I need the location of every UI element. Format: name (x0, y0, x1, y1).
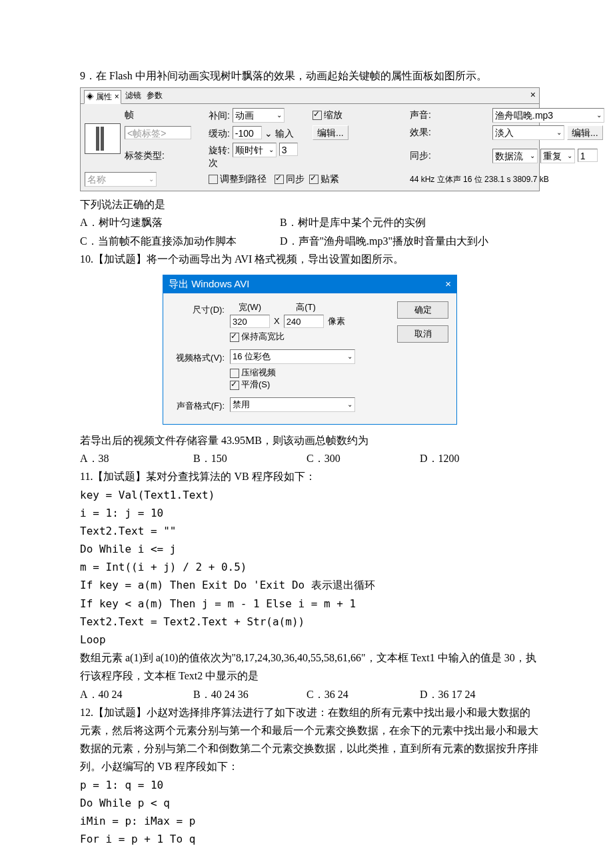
ok-button[interactable]: 确定 (397, 301, 448, 319)
q11-code-0: key = Val(Text1.Text) (80, 486, 540, 504)
q11-code-5: If key = a(m) Then Exit Do 'Exit Do 表示退出… (80, 576, 540, 594)
q12-code-2: iMin = p: iMax = p (80, 812, 540, 830)
frame-tag-input[interactable]: <帧标签> (125, 126, 191, 139)
loop-dropdown[interactable]: 重复⌄ (540, 149, 575, 163)
q9-opt-a: A．树叶匀速飘落 (80, 213, 280, 231)
q11-desc: 数组元素 a(1)到 a(10)的值依次为"8,17,24,30,36,40,5… (80, 649, 540, 685)
close-icon[interactable]: × (530, 89, 536, 103)
tween-label: 补间: (209, 110, 230, 121)
q9-opt-b: B．树叶是库中某个元件的实例 (280, 213, 426, 231)
compress-checkbox[interactable] (230, 369, 239, 378)
chevron-down-icon: ⌄ (347, 398, 352, 411)
chevron-down-icon: ⌄ (556, 126, 562, 139)
q10-prompt: 若导出后的视频文件存储容量 43.95MB，则该动画总帧数约为 (80, 431, 540, 449)
q11-code-8: Loop (80, 631, 540, 649)
q10-opt-a: A．38 (80, 449, 193, 467)
audio-format-label: 声音格式(F): (171, 397, 225, 412)
height-input[interactable]: 240 (284, 315, 324, 328)
name-dropdown[interactable]: 名称⌄ (85, 172, 157, 187)
q11-text: 11.【加试题】某对分查找算法的 VB 程序段如下： (80, 467, 540, 485)
size-label: 尺寸(D): (171, 301, 225, 316)
q11-opt-d: D．36 17 24 (420, 685, 533, 703)
cancel-button[interactable]: 取消 (397, 325, 448, 343)
keep-ratio-checkbox[interactable] (230, 333, 239, 342)
video-format-dropdown[interactable]: 16 位彩色⌄ (230, 349, 355, 364)
video-format-label: 视频格式(V): (171, 349, 225, 364)
snap-checkbox[interactable] (309, 175, 318, 184)
q12-code-1: Do While p < q (80, 794, 540, 812)
rotate-label: 旋转: (209, 145, 230, 155)
sound-dropdown[interactable]: 渔舟唱晚.mp3⌄ (492, 108, 604, 123)
q10-opt-d: D．1200 (420, 449, 533, 467)
chevron-down-icon: ⌄ (596, 109, 602, 122)
chevron-down-icon: ⌄ (277, 109, 282, 122)
sync-label: 同步: (410, 150, 431, 161)
tab-params[interactable]: 参数 (145, 89, 164, 103)
q11-opt-a: A．40 24 (80, 685, 193, 703)
width-label: 宽(W) (230, 301, 270, 313)
q12-text: 12.【加试题】小赵对选择排序算法进行了如下改进：在数组的所有元素中找出最小和最… (80, 703, 540, 776)
effect-dropdown[interactable]: 淡入⌄ (492, 125, 564, 140)
q11-code-2: Text2.Text = "" (80, 522, 540, 540)
chevron-down-icon: ⌄ (530, 149, 535, 163)
sync-checkbox[interactable] (275, 175, 284, 184)
sync-dropdown[interactable]: 数据流⌄ (492, 149, 538, 163)
flash-properties-panel: ◈ 属性 × 滤镜 参数 × 帧 补间: 动画⌄ 缩放 声音: 渔舟唱晚.mp3… (80, 87, 540, 191)
chevron-down-icon: ⌄ (347, 350, 352, 363)
tab-properties[interactable]: ◈ 属性 × (84, 90, 121, 104)
height-label: 高(T) (286, 301, 326, 313)
tab-filters[interactable]: 滤镜 (124, 89, 143, 103)
audio-format-dropdown[interactable]: 禁用⌄ (230, 397, 355, 412)
edit-button[interactable]: 编辑... (312, 125, 348, 140)
chevron-down-icon: ⌄ (265, 128, 273, 139)
q9-prompt: 下列说法正确的是 (80, 195, 540, 213)
frame-label: 帧 (125, 109, 205, 121)
q11-code-4: m = Int((i + j) / 2 + 0.5) (80, 558, 540, 576)
sound-info: 44 kHz 立体声 16 位 238.1 s 3809.7 kB (410, 174, 604, 185)
adjust-path-checkbox[interactable] (209, 175, 218, 184)
q11-opt-c: C．36 24 (306, 685, 420, 703)
effect-label: 效果: (410, 127, 431, 137)
edit-effect-button[interactable]: 编辑... (567, 125, 603, 140)
chevron-down-icon: ⌄ (269, 143, 274, 157)
export-avi-window: 导出 Windows AVI × 尺寸(D): 宽(W) 高(T) 320 X … (163, 275, 457, 425)
ease-label: 缓动: (209, 128, 230, 139)
q11-opt-b: B．40 24 36 (193, 685, 306, 703)
q11-code-6: If key < a(m) Then j = m - 1 Else i = m … (80, 595, 540, 613)
rotate-dropdown[interactable]: 顺时针⌄ (233, 143, 277, 157)
q10-opt-b: B．150 (193, 449, 306, 467)
q10-opt-c: C．300 (306, 449, 420, 467)
q12-code-0: p = 1: q = 10 (80, 776, 540, 794)
chevron-down-icon: ⌄ (149, 173, 154, 186)
sound-label: 声音: (410, 109, 431, 120)
tween-dropdown[interactable]: 动画⌄ (233, 108, 285, 123)
frame-thumbnail (85, 123, 121, 154)
q9-opt-c: C．当前帧不能直接添加动作脚本 (80, 232, 280, 250)
rotate-count-input[interactable]: 3 (279, 143, 298, 156)
q11-code-7: Text2.Text = Text2.Text + Str(a(m)) (80, 613, 540, 631)
labeltype-label: 标签类型: (125, 150, 205, 162)
chevron-down-icon: ⌄ (567, 149, 572, 163)
q9-opt-d: D．声音"渔舟唱晚.mp3"播放时音量由大到小 (280, 232, 488, 250)
q12-code-3: For i = p + 1 To q (80, 830, 540, 848)
q11-code-3: Do While i <= j (80, 540, 540, 558)
close-icon[interactable]: × (445, 278, 451, 291)
smooth-checkbox[interactable] (230, 381, 239, 390)
ease-input[interactable]: -100 (233, 126, 262, 139)
loop-count-input[interactable]: 1 (578, 149, 598, 162)
q10-text: 10.【加试题】将一个动画导出为 AVI 格式视频，导出设置如图所示。 (80, 250, 540, 268)
q9-text: 9．在 Flash 中用补间动画实现树叶飘落的效果，动画起始关键帧的属性面板如图… (80, 67, 540, 85)
width-input[interactable]: 320 (230, 315, 270, 328)
window-title: 导出 Windows AVI (169, 278, 249, 291)
scale-checkbox[interactable] (312, 111, 322, 120)
q11-code-1: i = 1: j = 10 (80, 504, 540, 522)
